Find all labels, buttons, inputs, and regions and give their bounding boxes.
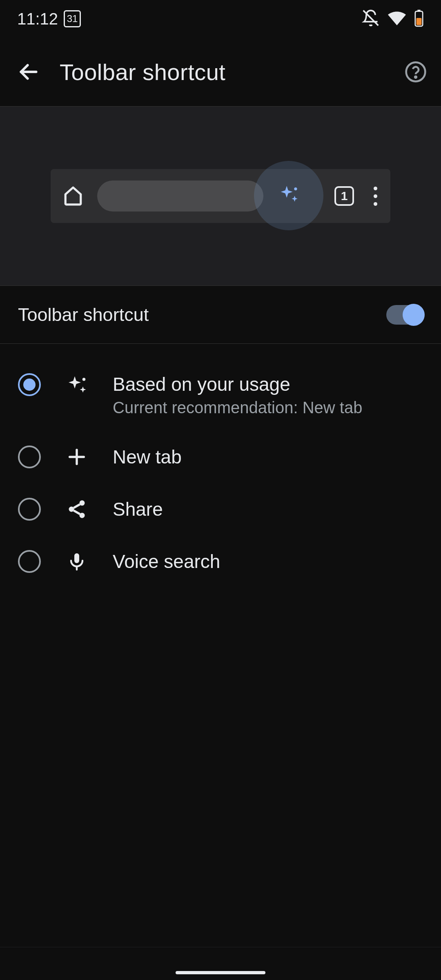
svg-rect-3 xyxy=(416,18,422,25)
toolbar-shortcut-toggle-row[interactable]: Toolbar shortcut xyxy=(0,286,441,344)
svg-point-13 xyxy=(80,513,85,518)
option-title: New tab xyxy=(113,446,182,468)
svg-point-6 xyxy=(415,76,416,78)
navigation-handle[interactable] xyxy=(176,971,265,974)
svg-point-12 xyxy=(69,507,74,512)
radio-button[interactable] xyxy=(18,498,41,521)
radio-button[interactable] xyxy=(18,550,41,573)
svg-point-11 xyxy=(80,500,85,506)
radio-button[interactable] xyxy=(18,445,41,468)
app-bar: Toolbar shortcut xyxy=(0,38,441,106)
option-based-on-usage[interactable]: Based on your usage Current recommendati… xyxy=(0,357,441,431)
divider xyxy=(0,947,441,947)
svg-line-15 xyxy=(74,510,80,514)
option-voice-search[interactable]: Voice search xyxy=(0,535,441,588)
back-button[interactable] xyxy=(12,56,45,88)
toggle-label: Toolbar shortcut xyxy=(18,304,149,325)
more-menu-icon xyxy=(374,187,377,206)
option-title: Based on your usage xyxy=(113,373,362,395)
shortcut-options-list: Based on your usage Current recommendati… xyxy=(0,344,441,588)
option-new-tab[interactable]: New tab xyxy=(0,431,441,483)
browser-bar-preview: 1 xyxy=(51,169,390,223)
svg-point-7 xyxy=(294,187,297,190)
omnibox-preview xyxy=(97,180,263,212)
wifi-icon xyxy=(387,8,407,29)
share-icon xyxy=(65,497,89,521)
tab-count: 1 xyxy=(334,186,354,206)
svg-line-14 xyxy=(74,504,80,508)
toggle-switch[interactable] xyxy=(386,305,423,325)
option-subtitle: Current recommendation: New tab xyxy=(113,399,362,417)
svg-rect-16 xyxy=(74,553,79,563)
option-title: Voice search xyxy=(113,550,220,572)
sparkle-icon xyxy=(277,183,301,208)
battery-icon xyxy=(414,9,424,29)
option-title: Share xyxy=(113,498,163,520)
page-title: Toolbar shortcut xyxy=(60,59,403,85)
sparkle-icon xyxy=(65,373,89,398)
toggle-switch-thumb xyxy=(403,304,425,326)
toolbar-preview: 1 xyxy=(0,106,441,286)
radio-button[interactable] xyxy=(18,373,41,396)
home-icon xyxy=(61,184,85,208)
plus-icon xyxy=(65,445,89,469)
status-date-badge: 31 xyxy=(64,10,81,27)
shortcut-highlight xyxy=(254,161,323,230)
svg-rect-2 xyxy=(417,10,420,11)
svg-point-8 xyxy=(82,378,86,381)
notifications-off-icon xyxy=(362,9,380,29)
option-share[interactable]: Share xyxy=(0,483,441,535)
status-bar: 11:12 31 xyxy=(0,0,441,38)
status-time: 11:12 xyxy=(17,10,58,28)
mic-icon xyxy=(65,549,89,574)
help-button[interactable] xyxy=(403,59,429,85)
